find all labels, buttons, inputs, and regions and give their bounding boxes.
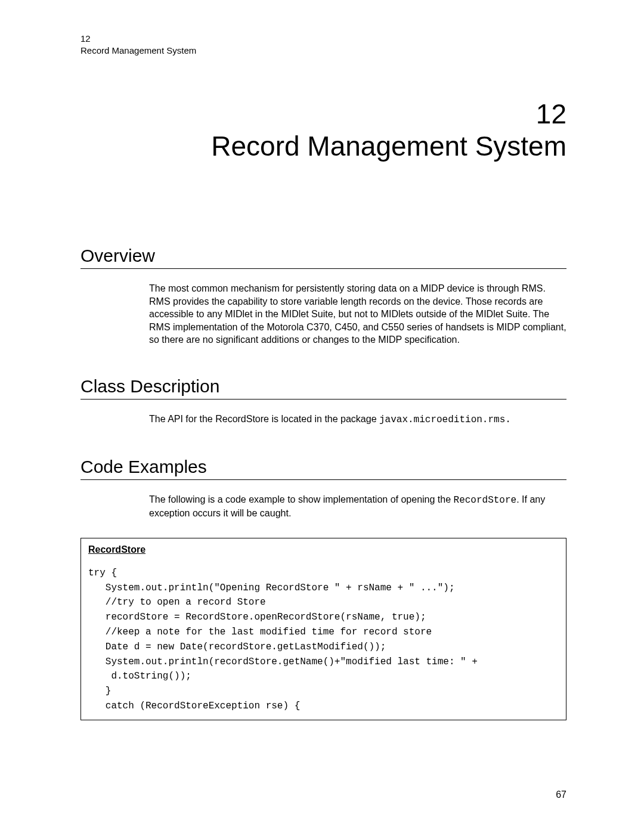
class-description-text: The API for the RecordStore is located i… [149,414,379,424]
code-examples-intro-code: RecordStore [454,495,517,506]
page: 12 Record Management System 12 Record Ma… [0,0,644,833]
code-examples-intro-prefix: The following is a code example to show … [149,494,454,504]
running-chapter-title: Record Management System [80,45,566,57]
code-box: RecordStore try { System.out.println("Op… [80,538,566,720]
running-head: 12 Record Management System [80,33,566,56]
section-heading-code-examples: Code Examples [80,457,566,480]
section-heading-overview: Overview [80,246,566,269]
running-chapter-number: 12 [80,33,566,45]
class-description-body: The API for the RecordStore is located i… [149,413,566,427]
class-description-code: javax.microedition.rms. [379,414,511,425]
code-listing: try { System.out.println("Opening Record… [88,566,559,714]
section-heading-class-description: Class Description [80,376,566,400]
code-title: RecordStore [88,544,559,555]
chapter-title: Record Management System [80,130,566,162]
chapter-number: 12 [80,98,566,130]
overview-body: The most common mechanism for persistent… [149,282,566,346]
page-number: 67 [556,789,566,800]
code-examples-intro: The following is a code example to show … [149,493,566,520]
